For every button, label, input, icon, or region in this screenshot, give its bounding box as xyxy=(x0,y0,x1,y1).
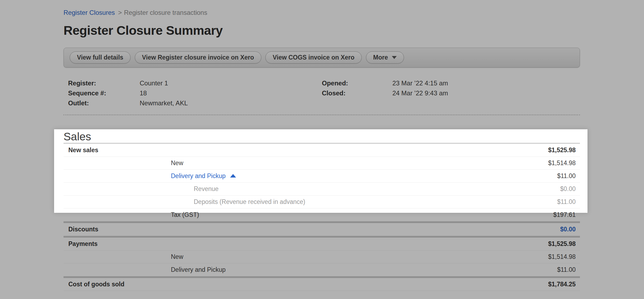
table-row-payments: Payments $1,525.98 xyxy=(64,238,580,251)
outlet-value: Newmarket, AKL xyxy=(140,98,188,108)
breadcrumb-separator: > xyxy=(118,9,122,16)
breadcrumb-link-register-closures[interactable]: Register Closures xyxy=(64,9,115,16)
row-value: $11.00 xyxy=(557,198,580,206)
table-row-new-sales: New sales $1,525.98 xyxy=(64,144,580,157)
row-label: Deposits (Revenue received in advance) xyxy=(64,198,557,206)
row-label: New sales xyxy=(64,147,548,154)
outlet-label: Outlet: xyxy=(68,98,140,108)
table-row-revenue: Revenue $0.00 xyxy=(64,183,580,196)
table-row-new: New $1,514.98 xyxy=(64,157,580,170)
row-label: Delivery and Pickup xyxy=(64,266,557,273)
table-row-payments-delivery-and-pickup: Delivery and Pickup $11.00 xyxy=(64,263,580,276)
sales-summary-table: New sales $1,525.98 New $1,514.98 Delive… xyxy=(64,144,580,291)
collapse-arrow-icon[interactable] xyxy=(230,174,236,178)
more-button-label: More xyxy=(373,54,388,61)
view-full-details-button[interactable]: View full details xyxy=(70,51,131,64)
row-value: $11.00 xyxy=(557,266,580,273)
breadcrumb: Register Closures>Register closure trans… xyxy=(64,0,580,16)
register-value: Counter 1 xyxy=(140,78,168,88)
table-row-discounts: Discounts $0.00 xyxy=(64,223,580,236)
sequence-label: Sequence #: xyxy=(68,88,140,98)
closed-value: 24 Mar ’22 9:43 am xyxy=(392,88,448,98)
view-register-invoice-button[interactable]: View Register closure invoice on Xero xyxy=(135,51,261,64)
register-info-left: Register: Counter 1 Sequence #: 18 Outle… xyxy=(64,78,322,108)
delivery-and-pickup-link[interactable]: Delivery and Pickup xyxy=(171,172,226,179)
row-value: $1,514.98 xyxy=(548,159,580,167)
main-content: Register Closures>Register closure trans… xyxy=(64,0,580,291)
row-value: $197.61 xyxy=(553,211,580,218)
action-toolbar: View full details View Register closure … xyxy=(64,48,580,68)
more-button[interactable]: More xyxy=(366,51,404,64)
row-label: Cost of goods sold xyxy=(64,281,548,288)
page-title: Register Closure Summary xyxy=(64,23,580,37)
opened-label: Opened: xyxy=(322,78,392,88)
opened-value: 23 Mar ’22 4:15 am xyxy=(392,78,448,88)
closed-label: Closed: xyxy=(322,88,392,98)
row-label: Delivery and Pickup xyxy=(64,172,557,180)
view-cogs-invoice-button[interactable]: View COGS invoice on Xero xyxy=(265,51,362,64)
row-label: New xyxy=(64,159,548,167)
table-row-tax-gst: Tax (GST) $197.61 xyxy=(64,208,580,221)
table-row-delivery-and-pickup: Delivery and Pickup $11.00 xyxy=(64,170,580,183)
info-row-outlet: Outlet: Newmarket, AKL xyxy=(68,98,322,108)
table-row-cost-of-goods-sold: Cost of goods sold $1,784.25 xyxy=(64,278,580,291)
row-value: $11.00 xyxy=(557,172,580,180)
info-row-register: Register: Counter 1 xyxy=(68,78,322,88)
row-value: $1,514.98 xyxy=(548,253,580,260)
row-label: New xyxy=(64,253,548,260)
row-value: $1,525.98 xyxy=(548,147,580,154)
dotted-divider xyxy=(64,114,580,115)
register-label: Register: xyxy=(68,78,140,88)
row-label: Discounts xyxy=(64,226,560,233)
register-info-right: Opened: 23 Mar ’22 4:15 am Closed: 24 Ma… xyxy=(322,78,448,108)
info-row-closed: Closed: 24 Mar ’22 9:43 am xyxy=(322,88,448,98)
row-label: Tax (GST) xyxy=(64,211,553,218)
row-value: $1,525.98 xyxy=(548,240,580,248)
row-value: $1,784.25 xyxy=(548,281,580,288)
sequence-value: 18 xyxy=(140,88,147,98)
chevron-down-icon xyxy=(392,56,397,59)
row-label: Revenue xyxy=(64,185,560,193)
row-value: $0.00 xyxy=(560,185,580,193)
register-info: Register: Counter 1 Sequence #: 18 Outle… xyxy=(64,78,580,108)
row-label: Payments xyxy=(64,240,548,248)
row-value: $0.00 xyxy=(560,226,580,233)
sales-section-title: Sales xyxy=(64,130,580,143)
table-row-deposits: Deposits (Revenue received in advance) $… xyxy=(64,196,580,208)
breadcrumb-current: Register closure transactions xyxy=(124,9,207,16)
info-row-sequence: Sequence #: 18 xyxy=(68,88,322,98)
table-row-payments-new: New $1,514.98 xyxy=(64,251,580,263)
info-row-opened: Opened: 23 Mar ’22 4:15 am xyxy=(322,78,448,88)
